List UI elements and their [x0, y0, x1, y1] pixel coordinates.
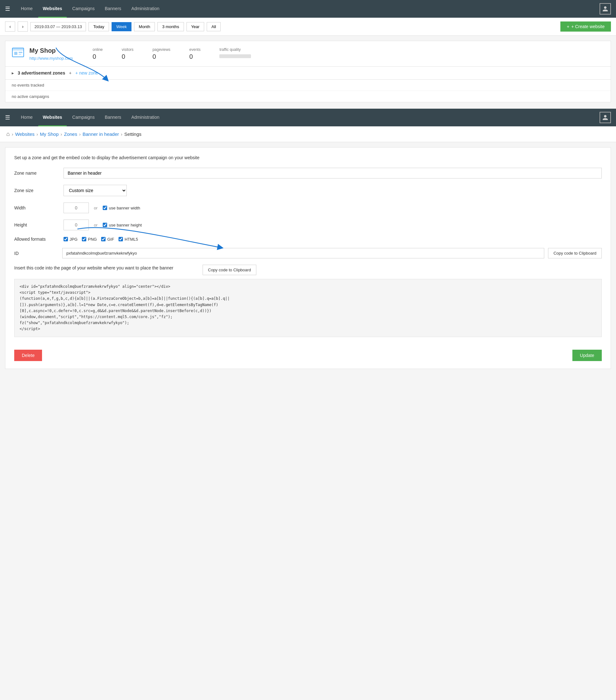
width-label: Width — [14, 205, 59, 210]
height-row: Height or use banner height — [14, 220, 602, 230]
nav2-websites[interactable]: Websites — [38, 109, 66, 126]
format-gif-label: GIF — [107, 237, 114, 242]
zone-name-input[interactable] — [63, 168, 602, 178]
next-arrow[interactable]: › — [18, 22, 28, 32]
plus-icon: + — [567, 24, 569, 29]
date-range: 2019.03.07 — 2019.03.13 — [30, 22, 86, 31]
plus-zone-icon: + — [69, 71, 71, 75]
nav-campaigns[interactable]: Campaigns — [68, 0, 99, 18]
create-website-label: + Create website — [571, 24, 605, 29]
format-png-label: PNG — [88, 237, 97, 242]
use-banner-width-label: use banner width — [109, 205, 140, 210]
info-row-campaigns: no active campaigns — [5, 91, 611, 102]
update-button[interactable]: Update — [572, 350, 602, 361]
code-block[interactable]: <div id="pxfatahndkcolmqbuefzramvkekrwfy… — [14, 279, 602, 337]
nav2-home[interactable]: Home — [16, 109, 37, 126]
info-row-events: no events tracked — [5, 79, 611, 91]
id-input[interactable] — [62, 248, 544, 259]
use-banner-height-checkbox[interactable] — [103, 223, 107, 227]
profile-icon-2[interactable] — [600, 112, 611, 123]
three-months-btn[interactable]: 3 months — [157, 22, 184, 31]
format-png-checkbox[interactable] — [82, 237, 86, 241]
website-name: My Shop — [29, 47, 80, 54]
menu-icon-2[interactable]: ☰ — [5, 114, 10, 121]
copy-to-clipboard-button-1[interactable]: Copy code to Clipboard — [548, 248, 602, 259]
formats-label: Allowed formats — [14, 237, 59, 242]
create-website-button[interactable]: + + Create website — [560, 22, 611, 32]
nav-links-2: Home Websites Campaigns Banners Administ… — [16, 109, 600, 126]
breadcrumb: ⌂ › Websites › My Shop › Zones › Banner … — [0, 126, 616, 142]
nav2-campaigns[interactable]: Campaigns — [68, 109, 99, 126]
prev-arrow[interactable]: ‹ — [5, 22, 15, 32]
format-jpg-checkbox[interactable] — [63, 237, 68, 241]
format-html5-label: HTML5 — [124, 237, 138, 242]
width-input[interactable] — [63, 202, 89, 213]
date-bar: ‹ › 2019.03.07 — 2019.03.13 Today Week M… — [0, 18, 616, 36]
formats-row: Allowed formats JPG PNG GIF HTML5 — [14, 237, 602, 242]
sep2: › — [36, 132, 38, 137]
zone-size-select[interactable]: Custom size 728x90 Leaderboard 300x250 M… — [63, 185, 127, 196]
id-section-wrapper: ID Copy code to Clipboard — [14, 248, 602, 259]
website-url[interactable]: http://www.myshop.com — [29, 56, 73, 61]
breadcrumb-websites[interactable]: Websites — [15, 132, 35, 137]
websites-section: My Shop http://www.myshop.com online 0 v… — [0, 36, 616, 109]
profile-icon[interactable] — [600, 3, 611, 14]
website-icon — [12, 46, 24, 61]
width-row: Width or use banner width — [14, 202, 602, 213]
id-row: ID Copy code to Clipboard — [14, 248, 602, 259]
sep4: › — [79, 132, 81, 137]
format-html5: HTML5 — [119, 237, 138, 242]
breadcrumb-banner-in-header[interactable]: Banner in header — [83, 132, 119, 137]
zone-size-label: Zone size — [14, 188, 59, 193]
copy-to-clipboard-button-2[interactable]: Copy code to Clipboard — [202, 265, 256, 275]
stat-visitors: visitors 0 — [122, 47, 133, 60]
delete-button[interactable]: Delete — [14, 350, 42, 361]
embed-section: Insert this code into the page of your w… — [14, 265, 602, 337]
svg-rect-2 — [14, 52, 17, 55]
nav-administration[interactable]: Administration — [127, 0, 164, 18]
use-banner-width-group: use banner width — [103, 205, 140, 210]
nav-banners[interactable]: Banners — [100, 0, 125, 18]
today-btn[interactable]: Today — [88, 22, 109, 31]
breadcrumb-zones[interactable]: Zones — [64, 132, 77, 137]
nav-home[interactable]: Home — [16, 0, 37, 18]
or-text-2: or — [94, 223, 98, 227]
height-input[interactable] — [63, 220, 89, 230]
format-jpg-label: JPG — [70, 237, 77, 242]
month-btn[interactable]: Month — [134, 22, 155, 31]
svg-rect-4 — [19, 54, 21, 55]
week-btn[interactable]: Week — [112, 22, 132, 31]
sep5: › — [121, 132, 122, 137]
stat-traffic: traffic quality — [219, 47, 251, 60]
embed-header: Insert this code into the page of your w… — [14, 265, 602, 275]
year-btn[interactable]: Year — [186, 22, 204, 31]
breadcrumb-settings: Settings — [124, 132, 141, 137]
new-zone-link[interactable]: + new zone — [75, 71, 98, 75]
all-btn[interactable]: All — [207, 22, 221, 31]
form-card: Set up a zone and get the embed code to … — [5, 147, 611, 369]
nav2-banners[interactable]: Banners — [100, 109, 125, 126]
menu-icon[interactable]: ☰ — [5, 5, 10, 12]
website-header: My Shop http://www.myshop.com online 0 v… — [5, 41, 611, 67]
svg-rect-3 — [19, 52, 22, 53]
zone-label: 3 advertisement zones — [18, 71, 65, 75]
form-section: Set up a zone and get the embed code to … — [0, 142, 616, 374]
home-icon[interactable]: ⌂ — [6, 131, 10, 137]
formats-group: JPG PNG GIF HTML5 — [63, 237, 138, 242]
use-banner-height-group: use banner height — [103, 223, 142, 227]
zone-row: ▸ 3 advertisement zones + + new zone — [5, 67, 611, 79]
zone-name-row: Zone name — [14, 168, 602, 178]
zone-expand-icon[interactable]: ▸ — [12, 71, 14, 75]
use-banner-width-checkbox[interactable] — [103, 205, 107, 210]
format-html5-checkbox[interactable] — [119, 237, 123, 241]
format-gif-checkbox[interactable] — [101, 237, 106, 241]
stat-pageviews: pageviews 0 — [152, 47, 170, 60]
breadcrumb-myshop[interactable]: My Shop — [40, 132, 59, 137]
navbar-bottom: ☰ Home Websites Campaigns Banners Admini… — [0, 109, 616, 126]
use-banner-height-label: use banner height — [109, 223, 142, 227]
nav2-administration[interactable]: Administration — [127, 109, 164, 126]
format-png: PNG — [82, 237, 97, 242]
stat-online: online 0 — [93, 47, 103, 60]
website-card: My Shop http://www.myshop.com online 0 v… — [5, 41, 611, 102]
nav-websites[interactable]: Websites — [38, 0, 66, 18]
